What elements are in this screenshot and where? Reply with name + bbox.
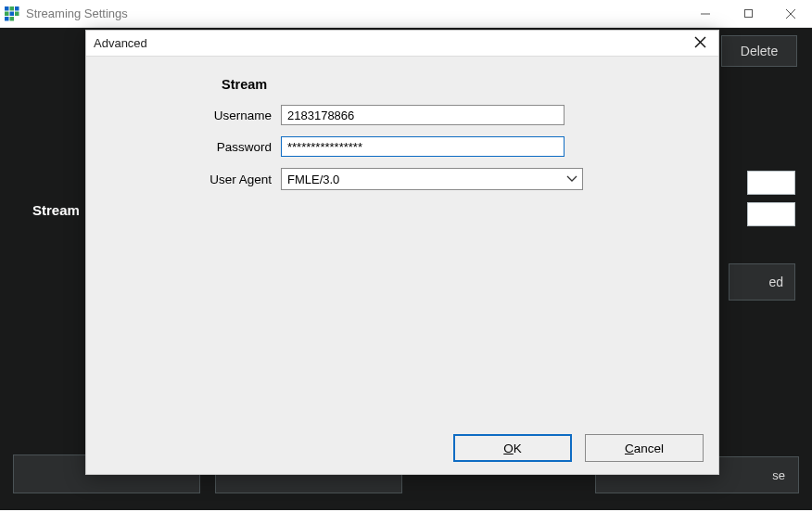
delete-button[interactable]: Delete <box>721 35 797 67</box>
user-agent-value: FMLE/3.0 <box>282 173 562 186</box>
label-password: Password <box>86 140 272 154</box>
svg-rect-1 <box>10 6 15 11</box>
svg-rect-2 <box>15 6 19 11</box>
minimize-button[interactable] <box>684 0 727 27</box>
svg-rect-0 <box>5 6 9 11</box>
user-agent-select[interactable]: FMLE/3.0 <box>281 168 583 190</box>
bg-partial-button[interactable]: ed <box>729 263 795 301</box>
svg-rect-7 <box>10 17 15 21</box>
dialog-footer: OK Cancel <box>86 422 718 474</box>
main-titlebar: Streaming Settings <box>0 0 812 28</box>
svg-rect-9 <box>744 10 752 18</box>
maximize-button[interactable] <box>727 0 769 27</box>
ok-button-label: OK <box>503 442 522 455</box>
bg-input-1[interactable] <box>747 171 795 195</box>
password-field[interactable] <box>281 136 565 157</box>
row-username: Username <box>86 105 565 125</box>
app-icon <box>4 6 20 22</box>
bg-input-2[interactable] <box>747 202 795 226</box>
window-title: Streaming Settings <box>26 6 128 20</box>
row-user-agent: User Agent FMLE/3.0 <box>86 168 583 190</box>
row-password: Password <box>86 136 565 157</box>
label-user-agent: User Agent <box>86 173 272 186</box>
chevron-down-icon <box>562 175 582 183</box>
window-buttons <box>684 0 812 27</box>
cancel-button-label: Cancel <box>625 442 664 455</box>
ok-button[interactable]: OK <box>453 434 572 462</box>
dialog-close-button[interactable] <box>687 32 713 55</box>
bottom-button-3-suffix: se <box>772 468 785 482</box>
svg-rect-5 <box>15 11 19 16</box>
dialog-body: Stream Username Password User Agent FMLE… <box>86 57 718 422</box>
dialog-title: Advanced <box>94 36 147 50</box>
cancel-button[interactable]: Cancel <box>585 434 704 462</box>
side-section-label: Stream <box>32 202 80 218</box>
svg-rect-6 <box>5 17 9 21</box>
window-close-button[interactable] <box>769 0 812 27</box>
advanced-dialog: Advanced Stream Username Password User A… <box>85 30 719 475</box>
svg-rect-3 <box>5 11 9 16</box>
section-header-stream: Stream <box>222 77 267 92</box>
dialog-titlebar: Advanced <box>86 31 718 57</box>
main-window: Streaming Settings Delete Stream ed se A… <box>0 0 812 512</box>
username-field[interactable] <box>281 105 565 125</box>
svg-rect-4 <box>10 11 15 16</box>
close-icon <box>694 36 706 51</box>
label-username: Username <box>86 109 272 122</box>
